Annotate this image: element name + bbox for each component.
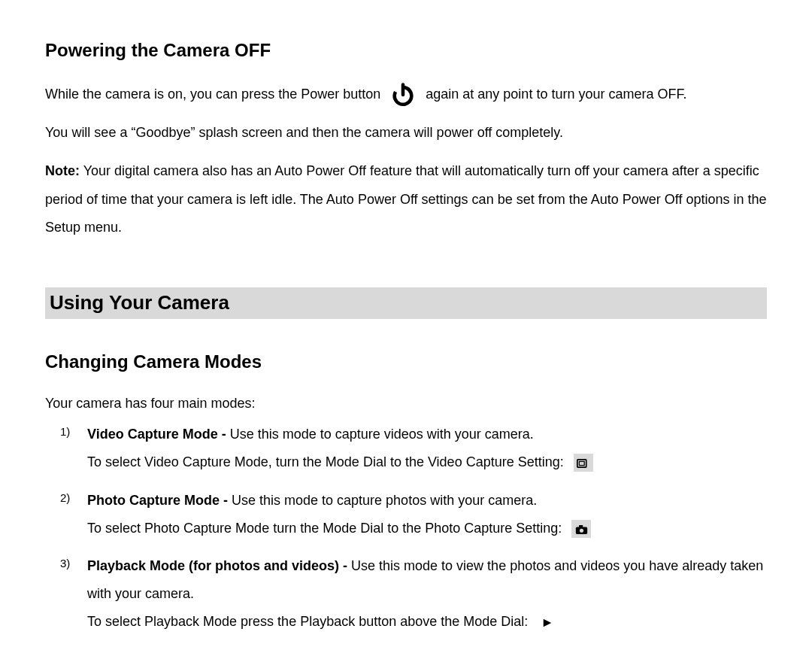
modes-intro: Your camera has four main modes: <box>45 393 767 413</box>
playback-icon <box>538 613 557 631</box>
power-icon <box>390 82 416 108</box>
power-off-text-2: again at any point to turn your camera O… <box>426 87 686 102</box>
power-off-text-1: While the camera is on, you can press th… <box>45 87 380 102</box>
page-number: 9 <box>45 646 767 650</box>
photo-mode-icon <box>571 520 591 538</box>
mode-desc: Use this mode to capture videos with you… <box>230 427 534 442</box>
mode-instr: To select Photo Capture Mode turn the Mo… <box>87 521 562 536</box>
mode-desc: Use this mode to capture photos with you… <box>232 493 537 508</box>
heading-changing-modes: Changing Camera Modes <box>45 349 767 375</box>
note-label: Note: <box>45 163 80 178</box>
note-paragraph: Note: Your digital camera also has an Au… <box>45 157 767 242</box>
mode-list: Video Capture Mode - Use this mode to ca… <box>45 421 767 636</box>
svg-marker-7 <box>544 619 552 627</box>
mode-instr: To select Playback Mode press the Playba… <box>87 614 528 629</box>
manual-page: Powering the Camera OFF While the camera… <box>0 0 812 650</box>
video-mode-icon <box>574 454 593 472</box>
mode-title: Video Capture Mode - <box>87 427 230 442</box>
mode-title: Photo Capture Mode - <box>87 493 232 508</box>
svg-point-6 <box>580 529 583 533</box>
list-item: Playback Mode (for photos and videos) - … <box>45 552 767 636</box>
mode-instr: To select Video Capture Mode, turn the M… <box>87 454 564 469</box>
heading-powering-off: Powering the Camera OFF <box>45 38 767 64</box>
goodbye-text: You will see a “Goodbye” splash screen a… <box>45 123 767 142</box>
svg-rect-2 <box>577 460 586 467</box>
list-item: Video Capture Mode - Use this mode to ca… <box>45 421 767 476</box>
power-off-paragraph: While the camera is on, you can press th… <box>45 82 767 108</box>
mode-title: Playback Mode (for photos and videos) - <box>87 558 351 573</box>
list-item: Photo Capture Mode - Use this mode to ca… <box>45 487 767 542</box>
heading-using-camera: Using Your Camera <box>45 287 767 319</box>
svg-rect-3 <box>580 461 585 465</box>
svg-rect-5 <box>579 525 583 527</box>
note-text: Your digital camera also has an Auto Pow… <box>45 163 767 235</box>
